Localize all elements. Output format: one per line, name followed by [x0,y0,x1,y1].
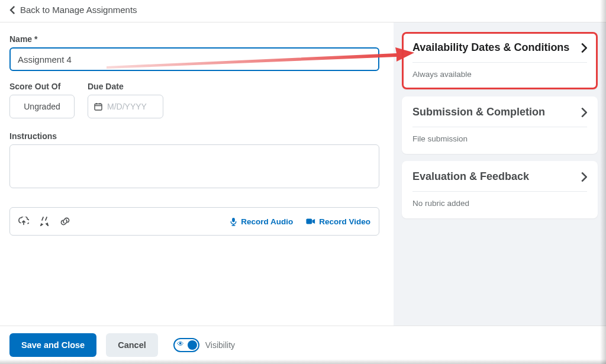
score-out-of-field[interactable]: Ungraded [9,95,75,118]
back-link[interactable]: Back to Manage Assignments [9,5,137,15]
panel-submission-title: Submission & Completion [412,106,545,118]
upload-icon[interactable] [18,217,29,226]
panel-evaluation[interactable]: Evaluation & Feedback No rubric added [402,161,598,218]
quicklink-icon[interactable] [40,217,49,226]
panel-availability-title: Availability Dates & Conditions [412,41,569,54]
panel-evaluation-title: Evaluation & Feedback [412,170,529,183]
name-label: Name * [9,34,381,44]
panel-availability[interactable]: Availability Dates & Conditions Always a… [402,32,598,89]
name-input[interactable] [9,47,379,71]
due-date-label: Due Date [88,82,163,91]
panel-submission-sub: File submission [412,134,587,143]
svg-rect-0 [95,104,102,111]
record-audio-button[interactable]: Record Audio [230,217,293,226]
chevron-left-icon [9,6,15,14]
due-date-field[interactable]: M/D/YYYY [88,95,163,118]
due-date-placeholder: M/D/YYYY [107,102,147,111]
svg-rect-5 [307,219,312,224]
visibility-label: Visibility [205,340,235,350]
panel-evaluation-sub: No rubric added [412,199,587,208]
save-and-close-button[interactable]: Save and Close [9,333,96,357]
cancel-button[interactable]: Cancel [106,333,158,357]
calendar-icon [94,102,102,111]
chevron-right-icon [581,108,587,117]
svg-rect-4 [232,217,235,222]
link-icon[interactable] [60,217,70,226]
microphone-icon [230,217,237,226]
visibility-toggle[interactable]: 👁 [173,338,199,352]
panel-submission[interactable]: Submission & Completion File submission [402,96,598,154]
record-audio-label: Record Audio [241,217,293,226]
instructions-label: Instructions [9,131,381,141]
back-link-label: Back to Manage Assignments [20,5,137,15]
chevron-right-icon [581,172,587,182]
chevron-right-icon [581,43,587,53]
instructions-editor[interactable] [9,144,379,188]
video-icon [306,218,315,225]
record-video-label: Record Video [319,217,370,226]
record-video-button[interactable]: Record Video [306,217,370,226]
score-value: Ungraded [24,102,60,111]
eye-icon: 👁 [177,340,184,348]
editor-toolbar: Record Audio Record Video [9,207,379,236]
score-label: Score Out Of [9,82,75,91]
panel-availability-sub: Always available [412,70,587,79]
